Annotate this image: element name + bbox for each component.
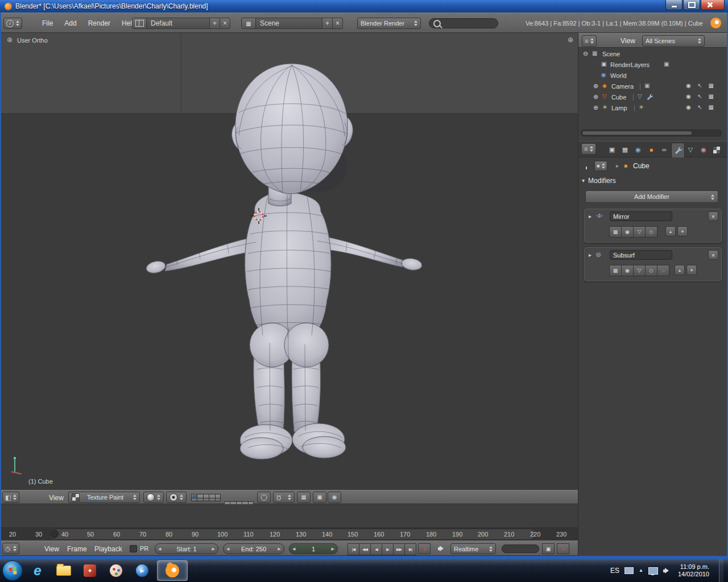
move-modifier-up-button[interactable]: ▲ [675, 265, 685, 275]
render-toggle[interactable]: ▦ [609, 226, 622, 238]
delete-modifier-button[interactable]: × [708, 250, 718, 260]
play-reverse-button[interactable]: ◀ [370, 543, 382, 555]
tab-texture[interactable] [710, 143, 723, 157]
pivot-point-dropdown[interactable] [166, 492, 187, 503]
maximize-button[interactable] [683, 0, 700, 10]
render-toggle[interactable]: ▦ [609, 265, 622, 276]
renderability-icon[interactable]: ▦ [709, 83, 714, 89]
blender-logo-icon[interactable] [710, 18, 721, 28]
object-browse-button[interactable]: ■ [594, 161, 607, 171]
end-frame-field[interactable]: ◀ End: 250 ▶ [223, 543, 284, 554]
expand-icon[interactable]: ⊕ [593, 105, 598, 111]
timeline-playback-menu[interactable]: Playback [94, 545, 122, 553]
realtime-toggle[interactable]: ◉ [621, 226, 634, 238]
delete-scene-button[interactable]: × [332, 18, 343, 29]
tab-scene[interactable]: ▦ [619, 143, 631, 157]
view-menu[interactable]: View [49, 494, 64, 502]
increment-icon[interactable]: ▶ [212, 547, 215, 551]
timeline-view-menu[interactable]: View [44, 545, 59, 553]
menu-render[interactable]: Render [88, 19, 110, 27]
modifier-name-field[interactable]: Mirror [610, 211, 672, 221]
tab-world[interactable]: ◉ [632, 143, 644, 157]
scene-selector-icon[interactable]: ▦ [241, 18, 256, 29]
play-button[interactable]: ▶ [382, 543, 394, 555]
add-scene-button[interactable]: + [322, 18, 333, 29]
screencast-button[interactable]: ▣ [542, 543, 555, 554]
panel-expand-icon[interactable]: ▸ [589, 252, 592, 258]
tray-clock[interactable]: 11:09 p.m. 14/02/2010 [678, 563, 709, 578]
editmode-toggle[interactable]: ▽ [633, 265, 646, 276]
render-engine-dropdown[interactable]: Blender Render [357, 18, 421, 29]
previous-keyframe-button[interactable]: ◀◀ [359, 543, 371, 555]
editor-type-button[interactable]: ≡ [582, 35, 597, 47]
properties-shelf-expand-icon[interactable]: ⊕ [568, 36, 573, 43]
cancel-button[interactable]: × [557, 543, 569, 554]
media-player-button[interactable]: ▶ [131, 561, 154, 580]
editor-type-button[interactable]: ≡ [581, 143, 596, 155]
menu-file[interactable]: File [42, 19, 53, 27]
tree-row-cube[interactable]: ⊕ ▽ Cube ▽ ◉ ↖ ▦ [578, 92, 728, 103]
mode-dropdown[interactable]: Texture Paint [68, 492, 140, 503]
keyboard-layout-icon[interactable] [624, 567, 634, 574]
render-opengl-anim-button[interactable]: ◉ [328, 492, 341, 503]
menu-add[interactable]: Add [64, 19, 76, 27]
timeline-canvas[interactable] [0, 504, 578, 528]
panel-expand-icon[interactable]: ▸ [589, 214, 592, 219]
visibility-eye-icon[interactable]: ◉ [686, 83, 691, 89]
windows-explorer-button[interactable] [52, 561, 75, 580]
frame-slider[interactable] [502, 544, 539, 553]
app-button-red[interactable]: ✦ [78, 561, 101, 580]
visibility-eye-icon[interactable]: ◉ [686, 105, 691, 110]
timeline-frame-menu[interactable]: Frame [67, 545, 87, 553]
outliner-scrollbar[interactable] [581, 130, 722, 136]
outliner-filter-dropdown[interactable]: All Scenes [642, 35, 705, 47]
tree-row-camera[interactable]: ⊕ ◆ Camera ▣ ◉ ↖ ▦ [578, 81, 728, 92]
renderability-icon[interactable]: ▦ [709, 105, 714, 110]
tab-modifiers[interactable] [671, 143, 685, 157]
render-layer-toggle-icon[interactable]: ▣ [664, 61, 669, 67]
delete-layout-button[interactable]: × [220, 18, 230, 29]
expand-icon[interactable]: ⊕ [593, 83, 598, 89]
minimize-button[interactable] [665, 0, 682, 10]
scrollbar-handle[interactable] [582, 131, 692, 135]
tree-row-lamp[interactable]: ⊕ ☀ Lamp ☀ ◉ ↖ ▦ [578, 103, 728, 114]
selectability-icon[interactable]: ↖ [698, 94, 702, 99]
modifier-name-field[interactable]: Subsurf [610, 250, 672, 260]
outliner-view-menu[interactable]: View [621, 37, 635, 45]
add-layout-button[interactable]: + [209, 18, 220, 29]
selectability-icon[interactable]: ↖ [698, 105, 702, 110]
pr-checkbox[interactable] [130, 545, 137, 552]
tab-material[interactable]: ◉ [697, 143, 710, 157]
screen-layout-name[interactable]: Default [146, 18, 210, 29]
add-modifier-button[interactable]: Add Modifier [585, 190, 718, 203]
tab-render[interactable]: ▣ [606, 143, 618, 157]
internet-explorer-button[interactable]: e [26, 561, 49, 580]
editmode-toggle[interactable]: ▽ [633, 226, 646, 238]
tab-object-data[interactable]: ▽ [684, 143, 697, 157]
jump-to-end-button[interactable]: ▶| [404, 543, 416, 555]
viewport-shading-dropdown[interactable] [143, 492, 164, 503]
next-keyframe-button[interactable]: ▶▶ [393, 543, 405, 555]
tab-constraints[interactable]: ∞ [658, 143, 671, 157]
proportional-edit-button[interactable]: ◯ [257, 492, 271, 503]
editor-type-button[interactable]: i [3, 18, 22, 29]
timeline-scrollbar-handle[interactable] [49, 529, 536, 540]
character-mesh[interactable] [0, 33, 578, 490]
close-button[interactable] [701, 0, 725, 10]
sync-mode-dropdown[interactable]: Realtime [450, 543, 496, 554]
increment-icon[interactable]: ▶ [332, 547, 334, 551]
renderability-icon[interactable]: ▦ [709, 94, 714, 99]
increment-icon[interactable]: ▶ [278, 547, 281, 551]
decrement-icon[interactable]: ◀ [226, 547, 229, 551]
delete-modifier-button[interactable]: × [708, 211, 718, 221]
cage-toggle[interactable]: ◇ [645, 265, 657, 276]
move-modifier-up-button[interactable]: ▲ [665, 226, 676, 236]
screen-layout-icon-button[interactable] [132, 18, 147, 29]
language-indicator[interactable]: ES [610, 567, 619, 575]
record-button[interactable]: ● [418, 543, 431, 554]
timeline-playhead-knob[interactable] [50, 530, 59, 538]
decrement-icon[interactable]: ◀ [158, 547, 161, 551]
selectability-icon[interactable]: ↖ [698, 83, 702, 89]
timeline-scrollbar[interactable]: 20 30 40 50 60 70 80 90 100 110 120 130 … [0, 528, 578, 541]
cage-toggle[interactable]: ◇ [645, 226, 657, 238]
